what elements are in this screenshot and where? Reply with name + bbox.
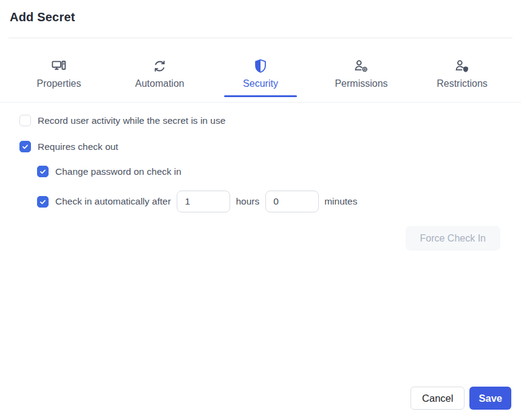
requires-checkout-checkbox[interactable] xyxy=(19,141,31,152)
check-icon xyxy=(21,143,29,151)
auto-checkin-checkbox[interactable] xyxy=(37,196,49,208)
record-activity-label: Record user activity while the secret is… xyxy=(38,115,225,126)
tab-bar: Properties Automation Security xyxy=(9,38,512,97)
tab-active-underline xyxy=(224,95,297,97)
tab-restrictions-label: Restrictions xyxy=(437,78,488,89)
cancel-button[interactable]: Cancel xyxy=(410,387,465,410)
requires-checkout-row: Requires check out xyxy=(19,141,502,152)
check-icon xyxy=(39,198,47,206)
force-check-in-button[interactable]: Force Check In xyxy=(406,226,500,251)
tab-security[interactable]: Security xyxy=(210,38,311,97)
tab-security-label: Security xyxy=(243,78,278,89)
check-icon xyxy=(39,168,47,175)
tab-permissions-label: Permissions xyxy=(335,78,387,89)
minutes-unit-label: minutes xyxy=(324,196,357,207)
hours-input[interactable] xyxy=(177,191,230,212)
save-button[interactable]: Save xyxy=(469,387,511,410)
tab-automation-label: Automation xyxy=(135,78,185,89)
record-activity-checkbox[interactable] xyxy=(19,115,31,126)
page-title: Add Secret xyxy=(10,10,511,24)
hours-unit-label: hours xyxy=(236,196,259,207)
sync-icon xyxy=(152,58,168,74)
tab-underline xyxy=(325,95,398,97)
change-password-checkbox[interactable] xyxy=(37,166,49,177)
user-shield-icon xyxy=(454,58,470,74)
shield-icon xyxy=(253,58,268,74)
auto-checkin-label: Check in automatically after xyxy=(55,196,171,207)
tab-underline xyxy=(22,95,95,97)
tab-properties[interactable]: Properties xyxy=(9,38,109,97)
dialog-header: Add Secret xyxy=(0,0,521,24)
tab-permissions[interactable]: Permissions xyxy=(311,38,412,97)
tab-restrictions[interactable]: Restrictions xyxy=(412,38,512,97)
tab-automation[interactable]: Automation xyxy=(109,38,210,97)
auto-checkin-row: Check in automatically after hours minut… xyxy=(37,191,502,212)
change-password-label: Change password on check in xyxy=(55,166,182,177)
tab-underline xyxy=(123,95,196,97)
computer-icon xyxy=(51,58,67,74)
tab-properties-label: Properties xyxy=(37,78,81,89)
force-check-in-row: Force Check In xyxy=(19,226,502,251)
dialog-footer: Cancel Save xyxy=(410,387,511,410)
tab-underline xyxy=(426,95,499,97)
change-password-row: Change password on check in xyxy=(37,166,502,177)
minutes-input[interactable] xyxy=(265,191,319,212)
security-tab-panel: Record user activity while the secret is… xyxy=(0,103,521,251)
requires-checkout-label: Requires check out xyxy=(38,141,118,152)
user-gear-icon xyxy=(353,58,369,74)
record-activity-row: Record user activity while the secret is… xyxy=(19,115,502,126)
